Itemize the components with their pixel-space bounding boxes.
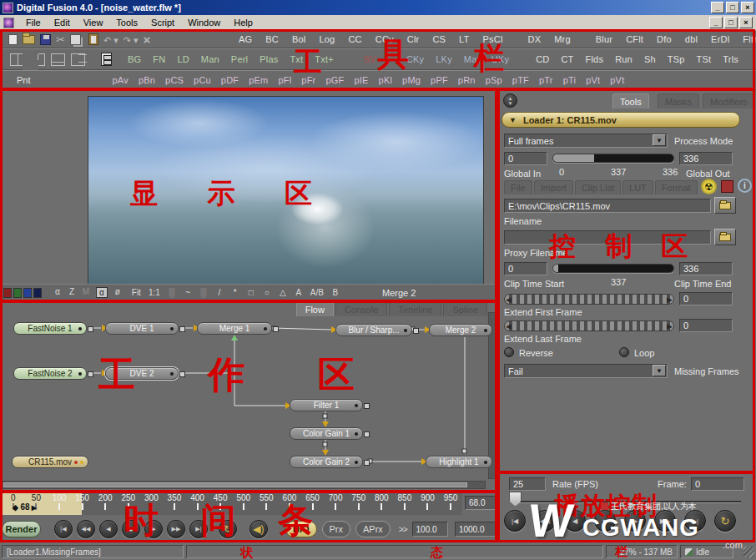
- tool-button[interactable]: Run: [609, 54, 638, 64]
- channel-button[interactable]: M: [82, 287, 90, 298]
- tool-button[interactable]: Mrg: [547, 34, 577, 44]
- delete-icon[interactable]: [144, 33, 151, 46]
- tool-button[interactable]: AG: [232, 34, 259, 44]
- new-file-icon[interactable]: [8, 34, 18, 45]
- clip-time-start-field[interactable]: 0: [504, 262, 547, 275]
- cut-icon[interactable]: [56, 34, 65, 45]
- open-file-icon[interactable]: [23, 35, 35, 44]
- loader-sub-tab[interactable]: Clip List: [575, 180, 621, 194]
- node-merge2[interactable]: Merge 2: [429, 324, 492, 336]
- playback-transport-button[interactable]: |◀: [504, 510, 526, 532]
- transport-button[interactable]: ◀: [99, 520, 118, 538]
- layout-quad-icon[interactable]: [71, 53, 85, 66]
- view-button[interactable]: Fit: [132, 288, 141, 297]
- save-file-icon[interactable]: [40, 34, 51, 45]
- menu-item[interactable]: Edit: [48, 16, 77, 29]
- green-channel-chip[interactable]: [13, 288, 22, 298]
- loader-sub-tab[interactable]: File: [504, 180, 532, 194]
- loader-sub-tab[interactable]: LUT: [622, 180, 653, 194]
- channel-button[interactable]: α: [53, 287, 62, 298]
- loop-radio[interactable]: [619, 347, 629, 357]
- channel-button[interactable]: ø: [113, 287, 122, 298]
- channel-button[interactable]: Z: [68, 287, 76, 298]
- menu-item[interactable]: Script: [144, 16, 181, 29]
- tool-button[interactable]: pFr: [296, 75, 320, 85]
- node-dve2[interactable]: DVE 2: [105, 367, 179, 380]
- extend-first-frame-wheel[interactable]: [504, 294, 674, 305]
- proxy-browse-folder-button[interactable]: [714, 229, 736, 245]
- filepath-field[interactable]: E:\mov\Clips\CR115.mov: [504, 199, 711, 213]
- tool-button[interactable]: Plas: [254, 54, 284, 64]
- view-button[interactable]: ░: [199, 288, 208, 297]
- tool-button[interactable]: Flds: [580, 54, 610, 64]
- clip-color-icon[interactable]: [721, 180, 733, 193]
- tool-button[interactable]: Log: [312, 34, 341, 44]
- audio-button[interactable]: ◀): [249, 520, 268, 538]
- view-button[interactable]: ~: [184, 288, 192, 297]
- view-button[interactable]: A/B: [310, 288, 324, 297]
- radioactive-icon[interactable]: ☢: [701, 179, 717, 194]
- tool-button[interactable]: pBn: [134, 75, 160, 85]
- document-icon[interactable]: [3, 18, 14, 28]
- clip-time-slider[interactable]: [552, 264, 674, 273]
- tool-button[interactable]: BG: [122, 54, 147, 64]
- tool-button[interactable]: Txt: [284, 54, 309, 64]
- prx-button[interactable]: Prx: [322, 521, 351, 537]
- tool-button[interactable]: pMg: [397, 75, 426, 85]
- node-highlight1[interactable]: Highlight 1: [426, 456, 492, 468]
- layout-two-pane-icon[interactable]: [10, 53, 24, 66]
- tab-spline[interactable]: Spline: [443, 302, 487, 316]
- tool-button[interactable]: pVt: [581, 75, 605, 85]
- layout-three-pane-icon[interactable]: [30, 53, 44, 66]
- tool-button[interactable]: ErDl: [704, 34, 736, 44]
- menu-item[interactable]: Help: [227, 16, 260, 29]
- tool-button[interactable]: pKl: [374, 75, 398, 85]
- water-preview-image[interactable]: [88, 96, 484, 285]
- menu-item[interactable]: File: [19, 16, 48, 29]
- global-in-field[interactable]: 0: [504, 152, 547, 165]
- playback-transport-button[interactable]: ▶▶: [654, 510, 676, 532]
- transport-button[interactable]: ▶▶: [167, 520, 185, 538]
- collapse-arrow-icon[interactable]: ▼: [509, 116, 517, 124]
- tool-button[interactable]: CFlt: [619, 34, 650, 44]
- view-button[interactable]: ░: [168, 288, 176, 297]
- node-blur-sharpen[interactable]: Blur / Sharp...: [335, 324, 412, 336]
- process-mode-dropdown-icon[interactable]: ▼: [653, 134, 666, 146]
- playback-transport-button[interactable]: ◀: [564, 510, 586, 532]
- tool-button[interactable]: pFl: [273, 75, 296, 85]
- tool-button[interactable]: pPF: [426, 75, 453, 85]
- menu-item[interactable]: Tools: [109, 16, 144, 29]
- tool-button[interactable]: LKy: [430, 54, 458, 64]
- reverse-radio[interactable]: [504, 347, 514, 357]
- tool-button[interactable]: Blur: [589, 34, 619, 44]
- playhead-marker[interactable]: 68: [13, 502, 37, 512]
- transport-button[interactable]: |◀: [54, 520, 73, 538]
- node-dve1[interactable]: DVE 1: [105, 322, 179, 335]
- info-icon[interactable]: i: [738, 179, 752, 193]
- alpha-channel-chip[interactable]: [33, 288, 42, 298]
- tool-button[interactable]: CC: [341, 34, 368, 44]
- node-colorgain1[interactable]: Color Gain 1: [290, 427, 363, 440]
- menu-item[interactable]: View: [77, 16, 110, 29]
- child-close-button[interactable]: ×: [739, 17, 753, 28]
- tool-button[interactable]: SV: [358, 54, 382, 64]
- tab-tools[interactable]: Tools: [612, 93, 649, 108]
- transport-button[interactable]: ■: [122, 520, 140, 538]
- node-fastnoise1[interactable]: FastNoise 1: [13, 322, 87, 335]
- view-button[interactable]: ○: [263, 288, 271, 297]
- current-time-field[interactable]: 68.0: [465, 496, 496, 510]
- node-filter1[interactable]: Filter 1: [290, 399, 363, 411]
- tool-button[interactable]: CCv: [369, 34, 401, 44]
- tool-button[interactable]: Perl: [225, 54, 254, 64]
- tool-button[interactable]: Trls: [717, 54, 744, 64]
- tab-modifiers[interactable]: Modifiers: [703, 93, 755, 108]
- child-restore-button[interactable]: □: [724, 17, 738, 28]
- scrub-slider-track[interactable]: [514, 501, 741, 503]
- hiq-button[interactable]: HiQ: [285, 521, 317, 537]
- tool-button[interactable]: UKy: [486, 54, 515, 64]
- frame-number-field[interactable]: 0: [691, 477, 744, 491]
- global-out-field[interactable]: 336: [679, 152, 733, 165]
- tool-button[interactable]: pEm: [244, 75, 273, 85]
- extend-last-frame-wheel[interactable]: [504, 320, 674, 331]
- tool-button[interactable]: FN: [147, 54, 171, 64]
